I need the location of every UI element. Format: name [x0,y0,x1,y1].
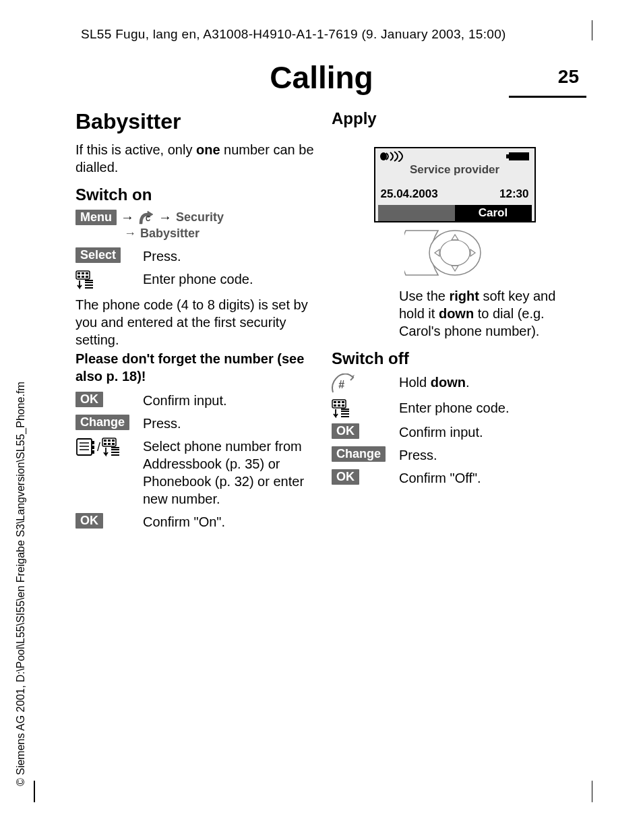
step-change-off: Change Press. [332,446,578,464]
step-text: Confirm input. [399,423,483,441]
phone-code-note: The phone code (4 to 8 digits) is set by… [75,296,322,349]
step-ok-off: OK Confirm "Off". [332,469,578,487]
softkey-ok: OK [75,513,103,529]
dont-forget-note: Please don't forget the number (see also… [75,350,322,385]
hash-key-icon: # [332,373,355,394]
step-text: Hold down. [399,373,469,391]
svg-rect-37 [341,409,349,410]
svg-rect-3 [82,272,84,274]
menu-security: Security [176,210,224,224]
setup-icon: C [138,210,154,225]
step-ok-confirm-off: OK Confirm input. [332,423,578,441]
svg-rect-35 [338,404,340,407]
step-enter-code: Enter phone code. [75,270,322,289]
svg-rect-13 [92,441,94,444]
step-text: Confirm "On". [143,513,225,531]
svg-rect-17 [104,440,106,442]
date-label: 25.04.2003 [381,187,438,201]
crop-mark [592,20,593,40]
step-text: Select phone number from Addressbook (p.… [143,438,322,508]
svg-rect-20 [104,443,106,445]
time-label: 12:30 [499,187,528,201]
svg-rect-16 [102,438,116,446]
svg-rect-26 [506,154,509,158]
page-title: Calling [0,59,643,96]
step-select-number: / Select phone number from Addressbook (… [75,438,322,508]
svg-rect-19 [112,440,115,442]
text-bold: down [439,306,474,321]
step-text: Press. [399,446,437,464]
softkey-ok: OK [75,392,103,407]
left-softkey-empty [378,205,455,221]
title-underline [509,96,586,98]
step-change: Change Press. [75,415,322,432]
addressbook-icon [75,438,96,456]
softkey-ok: OK [332,423,359,439]
heading-switch-off: Switch off [332,349,578,368]
keypad-icon [332,399,352,418]
text: Use the [399,289,449,303]
svg-rect-21 [108,443,111,445]
step-text: Confirm input. [143,392,227,409]
step-text: Press. [143,415,181,432]
svg-rect-36 [342,404,344,407]
text-bold: right [449,289,479,303]
arrow-icon: → [121,210,134,225]
svg-rect-14 [92,446,94,449]
intro-text: If this is active, only one number can b… [75,141,322,176]
svg-rect-6 [82,276,84,278]
left-column: Babysitter If this is active, only one n… [75,109,322,536]
step-select: Select Press. [75,247,322,265]
provider-label: Service provider [378,163,532,177]
keypad-icon [75,270,96,289]
menu-babysitter: Babysitter [140,227,200,241]
right-column: Apply Service provider 25.04.2003 12:30 … [332,109,578,492]
heading-apply: Apply [332,109,578,128]
arrow-icon: → [124,227,136,241]
softkey-ok: OK [332,469,359,485]
softkey-menu: Menu [75,210,117,225]
apply-instruction: Use the right soft key and hold it down … [399,287,574,340]
svg-rect-34 [334,404,336,407]
softkey-change: Change [332,446,386,462]
svg-rect-4 [86,272,88,274]
menu-path-sub: → Babysitter [124,227,322,241]
svg-rect-7 [86,276,88,278]
phone-screen: Service provider 25.04.2003 12:30 Carol [374,147,536,222]
battery-icon [506,151,530,162]
svg-rect-33 [342,401,344,403]
svg-rect-8 [85,280,93,281]
svg-rect-15 [92,450,94,454]
text: Hold [399,375,431,390]
svg-rect-18 [108,440,111,442]
svg-text:#: # [338,379,344,390]
crop-mark [34,781,35,802]
keypad-icon [102,438,122,456]
arrow-icon: → [158,210,172,225]
svg-rect-2 [78,272,80,274]
step-text: Confirm "Off". [399,469,481,487]
svg-rect-9 [77,439,92,455]
page-number: 25 [558,66,579,88]
copyright-line: © Siemens AG 2001, D:\Pool\L55\SI55\en F… [15,382,27,786]
svg-rect-1 [76,271,90,279]
svg-rect-30 [332,400,346,408]
step-ok-on: OK Confirm "On". [75,513,322,531]
step-text: Press. [143,247,181,265]
svg-rect-5 [78,276,80,278]
text: If this is active, only [75,142,196,157]
softkey-change: Change [75,415,129,430]
step-ok-confirm: OK Confirm input. [75,392,322,409]
section-babysitter: Babysitter [75,109,322,134]
right-softkey-carol: Carol [455,205,532,221]
svg-rect-32 [338,401,340,403]
svg-point-28 [440,240,470,266]
menu-path: Menu → C → Security [75,210,322,225]
slash: / [97,440,100,454]
text-bold: down [431,375,466,390]
svg-rect-31 [334,401,336,403]
step-text: Enter phone code. [399,399,509,417]
doc-header: SL55 Fugu, lang en, A31008-H4910-A1-1-76… [81,27,506,42]
step-hold-hash: # Hold down. [332,373,578,394]
text-bold: one [196,142,220,157]
